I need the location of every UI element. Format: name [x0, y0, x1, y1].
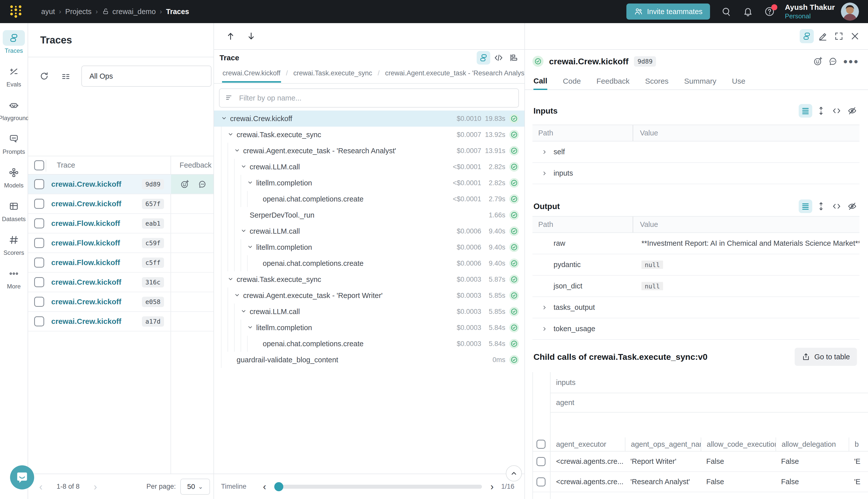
kv-row[interactable]: token_usage: [532, 318, 859, 340]
tab-scores[interactable]: Scores: [645, 73, 669, 89]
chevron-down-icon[interactable]: [234, 147, 243, 154]
close-icon[interactable]: [848, 29, 862, 43]
trace-tree-node[interactable]: crewai.Task.execute_sync$0.00035.87s: [214, 271, 524, 288]
trace-tree-node[interactable]: guardrail-validate_blog_content0ms: [214, 352, 524, 368]
child-call-row[interactable]: <crewai.agents.cre...'Report Writer'Fals…: [533, 451, 868, 472]
sidebar-item-datasets[interactable]: Datasets: [0, 198, 28, 223]
wandb-logo-icon[interactable]: [9, 4, 23, 19]
timeline-slider[interactable]: [275, 485, 482, 489]
more-menu-icon[interactable]: ●●●: [843, 57, 859, 65]
tab-feedback[interactable]: Feedback: [596, 73, 630, 89]
trace-row[interactable]: crewai.Crew.kickoff9d89: [28, 175, 213, 194]
code-view-icon[interactable]: [830, 199, 843, 213]
refresh-icon[interactable]: [38, 70, 50, 82]
select-all-checkbox[interactable]: [34, 160, 44, 170]
arrow-down-icon[interactable]: [245, 30, 258, 43]
kv-row[interactable]: self: [532, 142, 859, 163]
row-checkbox[interactable]: [34, 218, 44, 228]
timeline-slider-thumb[interactable]: [274, 482, 283, 491]
chevron-down-icon[interactable]: [247, 244, 256, 251]
trace-tree-node[interactable]: crewai.Task.execute_sync$0.000713.92s: [214, 126, 524, 143]
kv-row[interactable]: pydanticnull: [532, 254, 859, 276]
row-checkbox[interactable]: [34, 179, 44, 189]
kv-row[interactable]: inputs: [532, 163, 859, 184]
hide-values-icon[interactable]: [845, 104, 859, 118]
call-id-badge[interactable]: 9d89: [634, 56, 656, 66]
column-header[interactable]: agent_ops_agent_nan: [625, 437, 701, 451]
trace-op-link[interactable]: crewai.Crew.kickoff: [51, 180, 121, 188]
trace-tree-node[interactable]: SerperDevTool._run1.66s: [214, 207, 524, 223]
trace-tree-node[interactable]: crewai.LLM.call$0.00069.40s: [214, 223, 524, 239]
kv-row[interactable]: tasks_output: [532, 297, 859, 318]
column-header[interactable]: allow_code_execution: [701, 437, 776, 451]
add-reaction-icon[interactable]: [180, 179, 190, 189]
row-checkbox[interactable]: [536, 477, 546, 486]
tab-use[interactable]: Use: [732, 73, 745, 89]
row-checkbox[interactable]: [34, 316, 44, 326]
sidebar-item-traces[interactable]: Traces: [0, 30, 28, 54]
hide-values-icon[interactable]: [845, 199, 859, 213]
chevron-down-icon[interactable]: [240, 163, 250, 170]
comment-icon[interactable]: [198, 179, 207, 189]
trace-row[interactable]: crewai.Flow.kickoffc59f: [28, 233, 213, 253]
breadcrumb-projects[interactable]: Projects: [65, 8, 92, 16]
row-checkbox[interactable]: [34, 257, 44, 268]
row-checkbox[interactable]: [34, 277, 44, 287]
column-header[interactable]: agent_executor: [550, 437, 625, 451]
timeline-prev-icon[interactable]: ‹: [263, 482, 266, 491]
list-view-icon[interactable]: [799, 104, 812, 118]
column-header[interactable]: allow_delegation: [776, 437, 849, 451]
chevron-right-icon[interactable]: [542, 149, 547, 155]
tab-call[interactable]: Call: [533, 73, 547, 90]
trace-row[interactable]: crewai.Flow.kickoffc5ff: [28, 253, 213, 272]
sidebar-item-models[interactable]: Models: [0, 165, 28, 189]
tab-code[interactable]: Code: [563, 73, 581, 89]
prev-page-icon[interactable]: ‹: [39, 482, 42, 492]
trace-tree-node[interactable]: litellm.completion$0.00035.84s: [214, 320, 524, 336]
chevron-right-icon[interactable]: [542, 326, 547, 332]
column-header-trace[interactable]: Trace: [57, 161, 75, 169]
trace-view-toggle-icon[interactable]: [800, 29, 814, 43]
trace-op-link[interactable]: crewai.Crew.kickoff: [51, 278, 121, 287]
trace-op-link[interactable]: crewai.Crew.kickoff: [51, 317, 121, 326]
trace-row[interactable]: crewai.Crew.kickoffa17d: [28, 312, 213, 331]
sidebar-item-prompts[interactable]: Prompts: [0, 131, 28, 155]
edit-pencil-icon[interactable]: [816, 29, 830, 43]
trace-op-link[interactable]: crewai.Flow.kickoff: [51, 219, 120, 228]
trace-path-tab[interactable]: crewai.Agent.execute_task - 'Research An…: [385, 66, 524, 81]
tree-view-icon[interactable]: [477, 51, 490, 64]
trace-op-link[interactable]: crewai.Flow.kickoff: [51, 239, 120, 247]
support-chat-button[interactable]: [10, 465, 34, 489]
bell-icon[interactable]: [743, 6, 753, 17]
go-to-table-button[interactable]: Go to table: [795, 348, 857, 366]
sidebar-item-playground[interactable]: Playground: [0, 97, 28, 122]
sidebar-item-scorers[interactable]: Scorers: [0, 232, 28, 256]
flame-graph-icon[interactable]: [507, 51, 520, 64]
select-all-checkbox[interactable]: [536, 440, 546, 449]
arrow-up-icon[interactable]: [224, 30, 237, 43]
code-view-icon[interactable]: [830, 104, 843, 118]
expand-rows-icon[interactable]: [814, 104, 828, 118]
collapse-timeline-button[interactable]: [506, 465, 522, 482]
trace-tree-node[interactable]: litellm.completion$0.00069.40s: [214, 239, 524, 255]
columns-settings-icon[interactable]: [60, 70, 72, 82]
chevron-down-icon[interactable]: [240, 308, 250, 315]
chevron-down-icon[interactable]: [240, 228, 250, 235]
trace-tree-node[interactable]: openai.chat.completions.create$0.00035.8…: [214, 336, 524, 352]
trace-tree-node[interactable]: openai.chat.completions.create<$0.00012.…: [214, 191, 524, 207]
trace-tree-node[interactable]: crewai.Agent.execute_task - 'Research An…: [214, 143, 524, 159]
op-filter-input[interactable]: [239, 94, 513, 102]
search-icon[interactable]: [721, 6, 732, 17]
column-header-feedback[interactable]: Feedback: [179, 161, 211, 169]
trace-tree-node[interactable]: openai.chat.completions.create$0.00069.4…: [214, 255, 524, 271]
column-header[interactable]: b: [849, 437, 868, 451]
help-icon[interactable]: [764, 6, 775, 17]
chevron-down-icon[interactable]: [247, 179, 256, 186]
per-page-select[interactable]: 50 ⌄: [180, 479, 210, 495]
timeline-next-icon[interactable]: ›: [491, 482, 494, 491]
trace-op-link[interactable]: crewai.Crew.kickoff: [51, 297, 121, 306]
invite-teammates-button[interactable]: Invite teammates: [627, 3, 710, 20]
row-checkbox[interactable]: [536, 457, 546, 466]
trace-row[interactable]: crewai.Crew.kickoff657f: [28, 194, 213, 214]
chevron-right-icon[interactable]: [542, 305, 547, 311]
